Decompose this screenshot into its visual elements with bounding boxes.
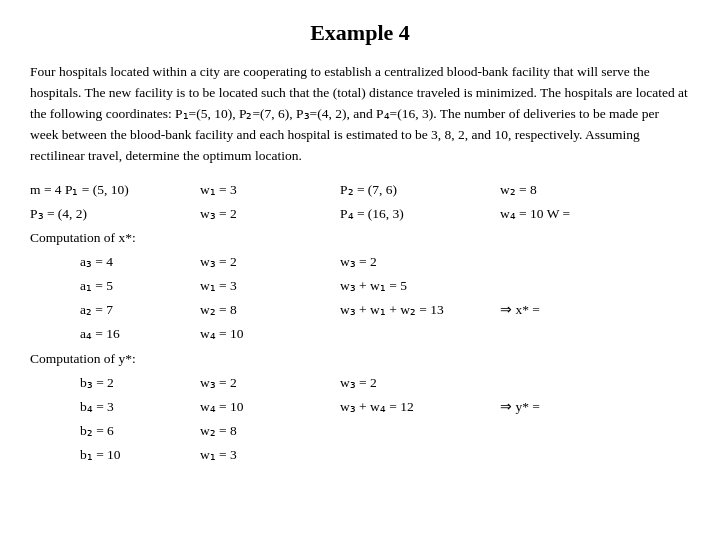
- comp-x-label-row: Computation of x*:: [30, 227, 690, 250]
- cx1-c3: w₃ + w₁ = 5: [340, 275, 500, 298]
- hr1-col4: w₂ = 8: [500, 179, 620, 202]
- page: Example 4 Four hospitals located within …: [0, 0, 720, 540]
- cy1-c3: w₃ + w₄ = 12: [340, 396, 500, 419]
- cy2-c2: w₂ = 8: [200, 420, 340, 443]
- comp-y-label-row: Computation of y*:: [30, 348, 690, 371]
- cy-row-2: b₂ = 6 w₂ = 8: [30, 420, 690, 443]
- cx3-c2: w₄ = 10: [200, 323, 340, 346]
- cy-row-1: b₄ = 3 w₄ = 10 w₃ + w₄ = 12 ⇒ y* =: [30, 396, 690, 419]
- header-row-2: P₃ = (4, 2) w₃ = 2 P₄ = (16, 3) w₄ = 10 …: [30, 203, 690, 226]
- cy-row-0: b₃ = 2 w₃ = 2 w₃ = 2: [30, 372, 690, 395]
- cx3-c1: a₄ = 16: [30, 323, 200, 346]
- cx0-c3: w₃ = 2: [340, 251, 500, 274]
- cx1-c1: a₁ = 5: [30, 275, 200, 298]
- hr2-col2: w₃ = 2: [200, 203, 340, 226]
- hr2-col4: w₄ = 10 W =: [500, 203, 620, 226]
- cx-row-3: a₄ = 16 w₄ = 10: [30, 323, 690, 346]
- cx0-c2: w₃ = 2: [200, 251, 340, 274]
- cx1-c2: w₁ = 3: [200, 275, 340, 298]
- hr2-col3: P₄ = (16, 3): [340, 203, 500, 226]
- hr1-col3: P₂ = (7, 6): [340, 179, 500, 202]
- cx-row-1: a₁ = 5 w₁ = 3 w₃ + w₁ = 5: [30, 275, 690, 298]
- cy3-c1: b₁ = 10: [30, 444, 200, 467]
- cx-row-0: a₃ = 4 w₃ = 2 w₃ = 2: [30, 251, 690, 274]
- cy2-c1: b₂ = 6: [30, 420, 200, 443]
- comp-x-label: Computation of x*:: [30, 227, 136, 250]
- hr1-col2: w₁ = 3: [200, 179, 340, 202]
- cx0-c1: a₃ = 4: [30, 251, 200, 274]
- header-row-1: m = 4 P₁ = (5, 10) w₁ = 3 P₂ = (7, 6) w₂…: [30, 179, 690, 202]
- intro-text: Four hospitals located within a city are…: [30, 62, 690, 167]
- hr2-col1: P₃ = (4, 2): [30, 203, 200, 226]
- cx2-c1: a₂ = 7: [30, 299, 200, 322]
- cy0-c3: w₃ = 2: [340, 372, 500, 395]
- cx2-c2: w₂ = 8: [200, 299, 340, 322]
- content-area: m = 4 P₁ = (5, 10) w₁ = 3 P₂ = (7, 6) w₂…: [30, 179, 690, 467]
- cy1-c1: b₄ = 3: [30, 396, 200, 419]
- cy3-c2: w₁ = 3: [200, 444, 340, 467]
- comp-y-label: Computation of y*:: [30, 348, 136, 371]
- page-title: Example 4: [30, 20, 690, 46]
- cx2-c3: w₃ + w₁ + w₂ = 13: [340, 299, 500, 322]
- cy0-c1: b₃ = 2: [30, 372, 200, 395]
- cx2-c4: ⇒ x* =: [500, 299, 620, 322]
- hr1-col1: m = 4 P₁ = (5, 10): [30, 179, 200, 202]
- cy1-c2: w₄ = 10: [200, 396, 340, 419]
- cy1-c4: ⇒ y* =: [500, 396, 620, 419]
- cy0-c2: w₃ = 2: [200, 372, 340, 395]
- cx-row-2: a₂ = 7 w₂ = 8 w₃ + w₁ + w₂ = 13 ⇒ x* =: [30, 299, 690, 322]
- cy-row-3: b₁ = 10 w₁ = 3: [30, 444, 690, 467]
